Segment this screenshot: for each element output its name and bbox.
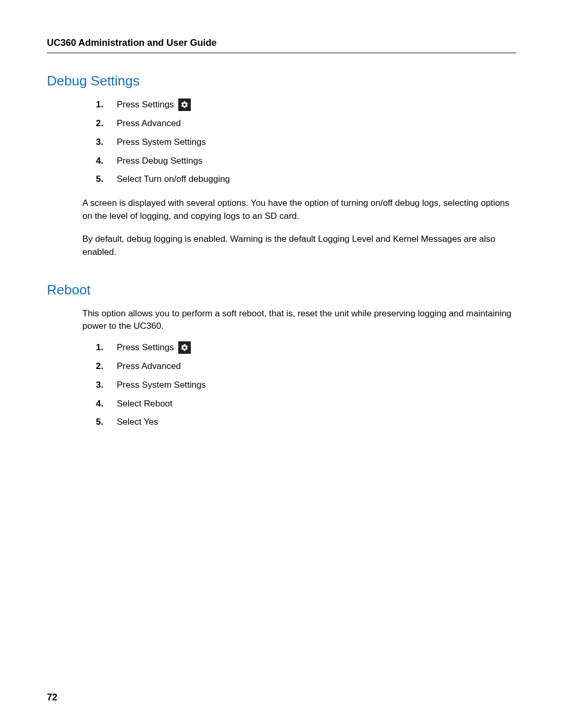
list-number: 4. xyxy=(96,398,108,410)
list-item: 1. Press Settings xyxy=(96,98,516,111)
list-text: Press Debug Settings xyxy=(117,155,202,167)
list-number: 5. xyxy=(96,416,108,428)
list-text: Press Settings xyxy=(117,341,191,354)
ordered-list: 1. Press Settings 2. Press Advanced 3. P… xyxy=(82,98,516,186)
list-text-value: Press Settings xyxy=(117,98,174,111)
list-number: 4. xyxy=(96,155,108,167)
list-item: 3. Press System Settings xyxy=(96,379,516,391)
paragraph-text: This option allows you to perform a soft… xyxy=(82,307,516,333)
ordered-list: 1. Press Settings 2. Press Advanced 3. P… xyxy=(82,341,516,428)
settings-gear-icon xyxy=(178,98,191,111)
list-text: Select Reboot xyxy=(117,398,173,410)
section-reboot: Reboot This option allows you to perform… xyxy=(47,282,516,428)
list-text: Press System Settings xyxy=(117,379,206,391)
page-number: 72 xyxy=(47,692,57,703)
list-item: 1. Press Settings xyxy=(96,341,516,354)
list-number: 1. xyxy=(96,341,108,354)
list-number: 2. xyxy=(96,360,108,373)
list-item: 5. Select Turn on/off debugging xyxy=(96,173,516,186)
list-item: 4. Select Reboot xyxy=(96,398,516,410)
list-number: 5. xyxy=(96,173,108,186)
list-text: Press Advanced xyxy=(117,360,181,373)
list-number: 2. xyxy=(96,117,108,130)
list-text: Select Yes xyxy=(117,416,158,428)
list-text: Select Turn on/off debugging xyxy=(117,173,230,186)
list-item: 2. Press Advanced xyxy=(96,117,516,130)
list-number: 3. xyxy=(96,136,108,149)
list-text: Press Advanced xyxy=(117,117,181,130)
content-block: 1. Press Settings 2. Press Advanced 3. P… xyxy=(47,98,516,259)
list-text-value: Press Settings xyxy=(117,341,174,354)
list-number: 1. xyxy=(96,98,108,111)
section-title-reboot: Reboot xyxy=(47,282,516,298)
paragraph-text: By default, debug logging is enabled. Wa… xyxy=(82,233,516,258)
list-item: 2. Press Advanced xyxy=(96,360,516,373)
list-item: 3. Press System Settings xyxy=(96,136,516,149)
list-text: Press System Settings xyxy=(117,136,206,149)
paragraph-text: A screen is displayed with several optio… xyxy=(82,197,516,223)
section-title-debug: Debug Settings xyxy=(47,73,516,89)
list-item: 4. Press Debug Settings xyxy=(96,155,516,167)
section-debug-settings: Debug Settings 1. Press Settings 2. Pres… xyxy=(47,73,516,259)
content-block: This option allows you to perform a soft… xyxy=(47,307,516,428)
list-text: Press Settings xyxy=(117,98,191,111)
settings-gear-icon xyxy=(178,341,191,354)
list-item: 5. Select Yes xyxy=(96,416,516,428)
page-header-title: UC360 Administration and User Guide xyxy=(47,38,516,53)
list-number: 3. xyxy=(96,379,108,391)
